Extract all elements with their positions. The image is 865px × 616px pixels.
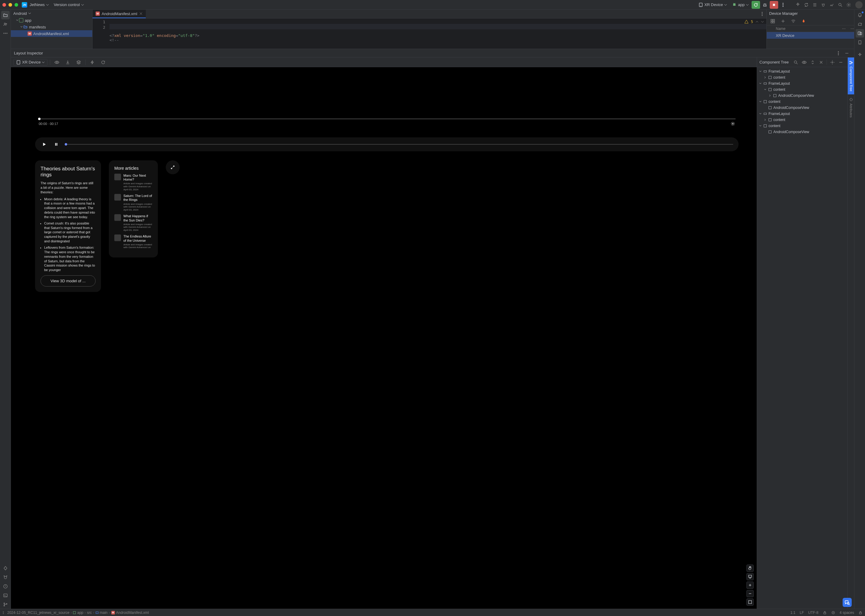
zoom-in-button[interactable] <box>746 581 754 589</box>
component-tree[interactable]: FrameLayoutcontentFrameLayoutcontentAndr… <box>757 67 848 609</box>
profiler-button[interactable] <box>819 1 827 9</box>
article-item[interactable]: Saturn: The Lord of the RingsArticle and… <box>114 194 152 211</box>
editor-body[interactable]: 12 <?xml version="1.0" encoding="utf-8"?… <box>93 19 766 52</box>
vcs-tool-button[interactable] <box>1 600 10 609</box>
device-manager-tool-button[interactable] <box>856 29 864 38</box>
updates-button[interactable] <box>810 1 819 9</box>
device-pair-button[interactable] <box>769 17 777 25</box>
editor-tab-manifest[interactable]: M AndroidManifest.xml <box>93 10 146 18</box>
component-tree-row[interactable]: AndroidComposeView <box>757 105 848 111</box>
ai-assistant-fab[interactable] <box>843 598 852 607</box>
project-tree[interactable]: appmanifestsMAndroidManifest.xml <box>11 17 92 49</box>
more-actions-button[interactable] <box>779 1 787 9</box>
gradle-button[interactable] <box>856 20 864 28</box>
component-tree-row[interactable]: AndroidComposeView <box>757 93 848 99</box>
expand-fab[interactable] <box>166 160 180 174</box>
pan-button[interactable] <box>746 564 754 572</box>
component-tree-row[interactable]: content <box>757 74 848 80</box>
gemini-tool-button[interactable] <box>1 564 10 572</box>
run-config-dropdown[interactable]: app <box>730 1 751 8</box>
notifications-button[interactable] <box>856 11 864 19</box>
article-item[interactable]: Mars: Our Next Home?Article and images c… <box>114 174 152 191</box>
breadcrumb-src[interactable]: src <box>87 611 92 615</box>
chevron-up-icon[interactable] <box>755 20 758 23</box>
logcat-tool-button[interactable] <box>1 573 10 581</box>
create-device-button[interactable] <box>779 17 787 25</box>
line-ending[interactable]: LF <box>800 611 804 615</box>
side-tab-attributes[interactable]: Attributes <box>848 94 854 120</box>
zoom-fit-button[interactable] <box>746 599 754 606</box>
search-button[interactable] <box>836 1 845 9</box>
breadcrumb-app[interactable]: app <box>73 611 83 615</box>
breadcrumb-file[interactable]: MAndroidManifest.xml <box>111 611 149 615</box>
more-tools-button[interactable] <box>1 29 10 38</box>
play-button[interactable] <box>41 141 48 148</box>
close-icon[interactable] <box>139 12 143 16</box>
project-tool-button[interactable] <box>1 11 10 19</box>
pause-button[interactable] <box>53 141 60 148</box>
project-tree-row[interactable]: manifests <box>11 24 92 30</box>
fullscreen-window-button[interactable] <box>14 3 18 7</box>
project-panel-header[interactable]: Android <box>11 10 92 17</box>
gemini-button[interactable] <box>856 51 864 59</box>
lock-icon[interactable] <box>858 611 863 615</box>
device-row-xr[interactable]: XR Device <box>767 32 854 39</box>
media-progress[interactable] <box>65 144 733 145</box>
debug-button[interactable] <box>761 1 769 9</box>
ct-filter-button[interactable] <box>800 58 808 66</box>
problems-tool-button[interactable] <box>1 582 10 591</box>
inspector-target-dropdown[interactable]: XR Device <box>13 59 47 66</box>
refresh-button[interactable] <box>99 58 107 66</box>
terminal-tool-button[interactable] <box>1 591 10 600</box>
running-devices-button[interactable] <box>856 38 864 47</box>
component-tree-row[interactable]: FrameLayout <box>757 111 848 117</box>
app-quality-button[interactable] <box>827 1 836 9</box>
file-encoding[interactable]: UTF-8 <box>808 611 818 615</box>
rotation-button[interactable] <box>746 573 754 580</box>
view-3d-model-button[interactable]: View 3D model of ... <box>41 275 96 286</box>
ct-expand-button[interactable] <box>808 58 817 66</box>
zoom-out-button[interactable] <box>746 590 754 597</box>
ct-settings-button[interactable] <box>828 58 837 66</box>
caret-position[interactable]: 1:1 <box>790 611 796 615</box>
gear-icon[interactable] <box>731 122 735 126</box>
recompose-button[interactable] <box>88 58 96 66</box>
run-target-dropdown[interactable]: XR Device <box>696 1 730 8</box>
editor-tab-options[interactable] <box>758 10 766 18</box>
stop-button[interactable] <box>770 1 778 9</box>
editor-inspections[interactable]: 5 <box>744 20 764 24</box>
firebase-button[interactable] <box>799 17 808 25</box>
component-tree-row[interactable]: FrameLayout <box>757 68 848 74</box>
component-tree-row[interactable]: content <box>757 123 848 129</box>
component-tree-row[interactable]: content <box>757 86 848 93</box>
project-tree-row[interactable]: MAndroidManifest.xml <box>11 30 92 37</box>
breadcrumb-main[interactable]: main <box>96 611 108 615</box>
chevron-down-icon[interactable] <box>761 20 764 23</box>
side-tab-component-tree[interactable]: Component Tree <box>848 58 854 94</box>
snapshot-export-button[interactable] <box>63 58 72 66</box>
editor-code[interactable]: <?xml version="1.0" encoding="utf-8"?> <… <box>110 19 766 52</box>
vcs-dropdown[interactable]: Version control <box>52 1 86 8</box>
ct-hide-button[interactable] <box>837 58 845 66</box>
branch-crumb[interactable]: 2024-12-05_RC11_jetnews_xr_source <box>2 611 69 615</box>
wifi-pair-button[interactable] <box>789 17 797 25</box>
minimize-window-button[interactable] <box>8 3 12 7</box>
component-tree-row[interactable]: AndroidComposeView <box>757 129 848 135</box>
avatar[interactable] <box>855 1 863 8</box>
code-with-me-button[interactable] <box>802 1 810 9</box>
component-tree-row[interactable]: content <box>757 117 848 123</box>
project-dropdown[interactable]: JetNews <box>27 1 52 8</box>
project-tree-row[interactable]: app <box>11 17 92 24</box>
component-tree-row[interactable]: content <box>757 99 848 105</box>
device-preview[interactable]: 00:00 · 00:17 Theories about Saturn's ri <box>11 67 757 609</box>
hide-panel-button[interactable] <box>843 49 851 58</box>
ai-assistant-button[interactable] <box>794 1 802 9</box>
restart-button[interactable] <box>752 1 760 9</box>
toggle-overlay-button[interactable] <box>53 58 61 66</box>
settings-button[interactable] <box>845 1 853 9</box>
inspection-indicator-icon[interactable] <box>831 611 835 615</box>
indent-label[interactable]: 4 spaces <box>840 611 854 615</box>
video-seek-bar[interactable] <box>38 119 736 119</box>
readonly-icon[interactable] <box>823 611 827 615</box>
resource-manager-button[interactable] <box>1 20 10 28</box>
